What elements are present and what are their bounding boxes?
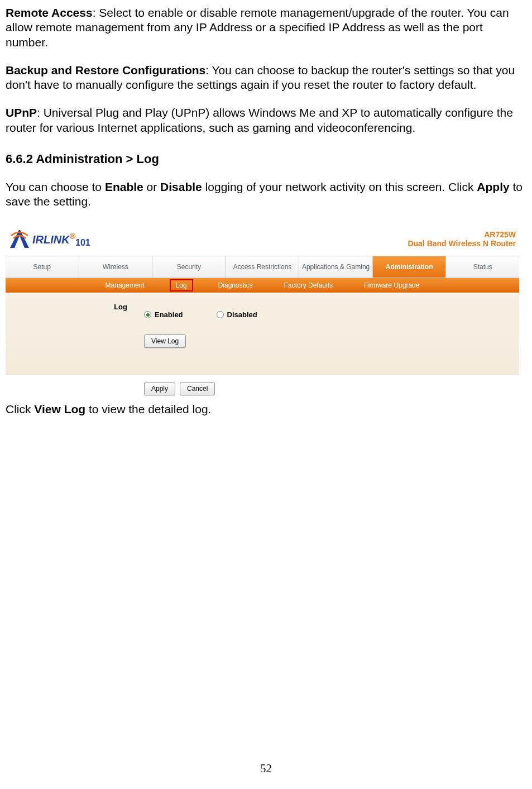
- tab-security[interactable]: Security: [152, 256, 226, 278]
- log-radio-group: Enabled Disabled: [144, 310, 257, 319]
- brand-model: AR725W: [408, 230, 516, 239]
- radio-enabled[interactable]: Enabled: [144, 310, 183, 319]
- intro-mid1: or: [143, 180, 160, 193]
- radio-disabled[interactable]: Disabled: [217, 310, 257, 319]
- closing-post: to view the detailed log.: [85, 403, 211, 415]
- airlink-logo-icon: [8, 228, 31, 250]
- tab-wireless[interactable]: Wireless: [79, 256, 153, 278]
- cancel-button[interactable]: Cancel: [180, 382, 215, 395]
- page-number: 52: [0, 762, 532, 776]
- tab-setup[interactable]: Setup: [6, 256, 79, 278]
- radio-enabled-label: Enabled: [155, 310, 183, 319]
- apply-button[interactable]: Apply: [144, 382, 175, 395]
- router-header: IRLINK® 101 AR725W Dual Band Wireless N …: [6, 222, 519, 256]
- brand-suffix: 101: [75, 238, 90, 250]
- section-heading: 6.6.2 Administration > Log: [6, 152, 526, 166]
- router-screenshot: IRLINK® 101 AR725W Dual Band Wireless N …: [6, 222, 519, 402]
- radio-enabled-dot[interactable]: [144, 311, 151, 318]
- subnav-factory-defaults[interactable]: Factory Defaults: [279, 280, 338, 291]
- sub-nav: Management Log Diagnostics Factory Defau…: [6, 278, 519, 293]
- remote-access-label: Remote Access: [6, 6, 93, 19]
- subnav-management[interactable]: Management: [100, 280, 150, 291]
- intro-apply: Apply: [477, 180, 509, 193]
- tab-access-restrictions[interactable]: Access Restrictions: [226, 256, 300, 278]
- airlink-logo: IRLINK® 101: [6, 228, 90, 250]
- upnp-para: UPnP: Universal Plug and Play (UPnP) all…: [6, 106, 526, 135]
- radio-disabled-dot[interactable]: [217, 311, 224, 318]
- log-panel: Log Enabled Disabled View Lo: [6, 293, 519, 375]
- brand-name: IRLINK: [32, 233, 70, 246]
- main-tabs: Setup Wireless Security Access Restricti…: [6, 256, 519, 278]
- upnp-text: : Universal Plug and Play (UPnP) allows …: [6, 106, 513, 133]
- intro-mid2: logging of your network activity on this…: [202, 180, 477, 193]
- tab-status[interactable]: Status: [446, 256, 519, 278]
- tab-applications-gaming[interactable]: Applications & Gaming: [299, 256, 373, 278]
- subnav-diagnostics[interactable]: Diagnostics: [213, 280, 258, 291]
- log-label: Log: [6, 303, 144, 311]
- subnav-firmware-upgrade[interactable]: Firmware Upgrade: [358, 280, 425, 291]
- view-log-button[interactable]: View Log: [144, 334, 186, 348]
- apply-row: Apply Cancel: [6, 375, 519, 402]
- intro-disable: Disable: [160, 180, 202, 193]
- tab-administration[interactable]: Administration: [373, 256, 447, 278]
- closing-view-log: View Log: [34, 403, 85, 415]
- upnp-label: UPnP: [6, 106, 37, 119]
- intro-pre: You can choose to: [6, 180, 105, 193]
- radio-disabled-label: Disabled: [227, 310, 257, 319]
- intro-para: You can choose to Enable or Disable logg…: [6, 180, 526, 209]
- closing-pre: Click: [6, 403, 34, 415]
- closing-para: Click View Log to view the detailed log.: [6, 402, 526, 417]
- brand-text: AR725W Dual Band Wireless N Router: [408, 230, 516, 248]
- backup-restore-para: Backup and Restore Configurations: You c…: [6, 63, 526, 93]
- brand-model-sub: Dual Band Wireless N Router: [408, 239, 516, 248]
- remote-access-para: Remote Access: Select to enable or disab…: [6, 6, 526, 50]
- backup-restore-label: Backup and Restore Configurations: [6, 64, 205, 76]
- intro-enable: Enable: [105, 180, 143, 193]
- subnav-log[interactable]: Log: [170, 280, 193, 291]
